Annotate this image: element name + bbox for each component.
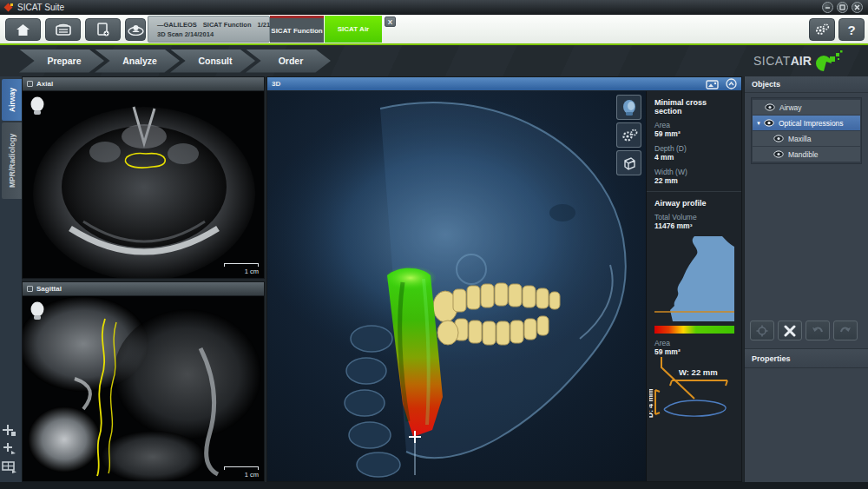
patient-name: —GALILEOS bbox=[157, 21, 197, 29]
airway-inspector-panel: Minimal cross section Area 59 mm² Depth … bbox=[646, 91, 741, 481]
object-item-maxilla[interactable]: Maxilla bbox=[753, 131, 860, 146]
sicat-air-logo: SICATAIR bbox=[753, 50, 845, 72]
panel-pin-icon bbox=[27, 286, 33, 292]
axial-panel-header[interactable]: Axial bbox=[23, 77, 264, 91]
area-label: Area bbox=[647, 121, 741, 129]
annotation-area-value: 59 mm² bbox=[647, 347, 741, 356]
cross-section-annotation: W: 22 mm D: 4 mm bbox=[649, 357, 740, 421]
sagittal-scale-indicator: 1 cm bbox=[224, 466, 259, 479]
screenshot-workspace-button[interactable] bbox=[2, 460, 17, 473]
minimize-button[interactable] bbox=[822, 2, 833, 13]
workflow-step-analyze[interactable]: Analyze bbox=[95, 50, 180, 73]
view-orientation-button[interactable] bbox=[616, 95, 641, 120]
view-settings-button[interactable] bbox=[616, 122, 641, 148]
brand-green-icon bbox=[815, 50, 845, 72]
add-annotation-button[interactable] bbox=[2, 442, 17, 455]
sagittal-view-panel: Sagittal bbox=[22, 281, 265, 482]
sagittal-panel-title: Sagittal bbox=[36, 285, 62, 293]
settings-button[interactable] bbox=[809, 18, 835, 41]
focus-object-button[interactable] bbox=[750, 320, 774, 340]
visibility-eye-icon[interactable] bbox=[773, 150, 784, 158]
workflow-step-label: Consult bbox=[198, 56, 232, 66]
help-button[interactable]: ? bbox=[838, 18, 865, 41]
document-add-icon bbox=[96, 23, 109, 36]
visibility-eye-icon[interactable] bbox=[773, 135, 784, 142]
cross-arrow-icon bbox=[2, 442, 17, 455]
add-measurement-button[interactable] bbox=[2, 424, 17, 437]
bottom-edge bbox=[0, 482, 868, 489]
delete-object-button[interactable] bbox=[778, 320, 802, 340]
close-tab-x-icon: X bbox=[388, 18, 392, 26]
focus-target-icon bbox=[756, 325, 768, 337]
objects-header: Objects bbox=[745, 76, 868, 93]
minimal-cross-section-title: Minimal cross section bbox=[647, 96, 741, 121]
sidebar-tab-mpr-label: MPR/Radiology bbox=[8, 134, 16, 188]
view-3d-panel: 3D bbox=[266, 76, 742, 482]
crosshair-add-icon bbox=[2, 424, 17, 437]
assistance-button[interactable] bbox=[125, 18, 146, 41]
scale-label: 1 cm bbox=[224, 471, 259, 479]
axial-panel-title: Axial bbox=[36, 80, 53, 88]
workflow-step-order[interactable]: Order bbox=[246, 50, 331, 73]
titlebar: SICAT Suite bbox=[0, 0, 868, 15]
object-item-optical-impressions[interactable]: ▼ Optical Impressions bbox=[753, 116, 860, 130]
axial-scale-indicator: 1 cm bbox=[224, 263, 259, 275]
object-item-airway[interactable]: Airway bbox=[753, 100, 860, 115]
delete-x-icon bbox=[784, 325, 796, 337]
total-volume-label: Total Volume bbox=[647, 213, 741, 221]
width-value: 22 mm bbox=[647, 176, 741, 185]
sidebar-tab-mpr-radiology[interactable]: MPR/Radiology bbox=[2, 122, 22, 199]
gears-icon bbox=[621, 129, 638, 142]
workflow-step-label: Order bbox=[279, 56, 304, 66]
patient-banner[interactable]: —GALILEOSSICAT Function1/21/1987 3D Scan… bbox=[148, 16, 270, 43]
expander-triangle-icon[interactable]: ▼ bbox=[756, 121, 761, 126]
home-button[interactable] bbox=[5, 18, 41, 41]
view-3d-header[interactable]: 3D bbox=[267, 77, 741, 91]
view-3d-scene[interactable]: Minimal cross section Area 59 mm² Depth … bbox=[267, 91, 741, 481]
depth-label: Depth (D) bbox=[647, 144, 741, 153]
visibility-eye-icon[interactable] bbox=[764, 119, 774, 127]
workflow-step-label: Prepare bbox=[47, 56, 81, 66]
cube-icon bbox=[621, 155, 637, 171]
patient-browser-button[interactable] bbox=[45, 18, 81, 41]
maximize-button[interactable] bbox=[837, 2, 848, 13]
tab-sicat-function-label: SICAT Function bbox=[271, 27, 322, 35]
depth-value: 4 mm bbox=[647, 153, 741, 162]
collapse-circle-icon[interactable] bbox=[726, 78, 737, 89]
main-toolbar: —GALILEOSSICAT Function1/21/1987 3D Scan… bbox=[0, 15, 868, 45]
home-icon bbox=[16, 23, 30, 36]
close-button[interactable] bbox=[852, 2, 863, 13]
close-patient-tab-button[interactable]: X bbox=[385, 17, 396, 27]
scale-bar bbox=[224, 466, 259, 470]
orientation-head-icon bbox=[30, 301, 45, 320]
workflow-step-prepare[interactable]: Prepare bbox=[19, 50, 104, 73]
sidebar-tab-airway[interactable]: Airway bbox=[2, 79, 22, 121]
object-label: Airway bbox=[779, 103, 802, 112]
sagittal-image-area[interactable]: 1 cm bbox=[23, 296, 264, 481]
workflow-step-consult[interactable]: Consult bbox=[170, 50, 255, 73]
object-item-mandible[interactable]: Mandible bbox=[753, 147, 860, 162]
minimize-icon bbox=[825, 4, 831, 10]
new-record-button[interactable] bbox=[85, 18, 121, 41]
airway-profile-chart[interactable] bbox=[654, 236, 734, 321]
maximize-icon bbox=[839, 4, 845, 10]
tab-sicat-function[interactable]: SICAT Function bbox=[270, 16, 324, 43]
cross-section-outline bbox=[664, 400, 726, 416]
orientation-head-icon bbox=[30, 96, 45, 116]
axial-image-area[interactable]: 1 cm bbox=[23, 91, 264, 278]
tab-sicat-air[interactable]: SICAT Air bbox=[325, 16, 382, 43]
grid-capture-icon bbox=[2, 460, 17, 473]
screenshot-icon[interactable] bbox=[706, 79, 719, 89]
patient-app: SICAT Function bbox=[203, 21, 252, 29]
objects-title: Objects bbox=[752, 80, 780, 89]
help-question-icon: ? bbox=[847, 23, 855, 37]
redo-button[interactable] bbox=[833, 320, 858, 340]
visibility-eye-icon[interactable] bbox=[765, 103, 775, 111]
undo-button[interactable] bbox=[806, 320, 830, 340]
sagittal-ct-image bbox=[23, 296, 264, 481]
object-label: Optical Impressions bbox=[779, 119, 844, 128]
clipping-box-button[interactable] bbox=[616, 150, 641, 175]
annotation-area-label: Area bbox=[647, 339, 741, 347]
object-browser: Objects Airway ▼ Optical Impressions bbox=[744, 76, 868, 482]
sagittal-panel-header[interactable]: Sagittal bbox=[23, 282, 264, 296]
